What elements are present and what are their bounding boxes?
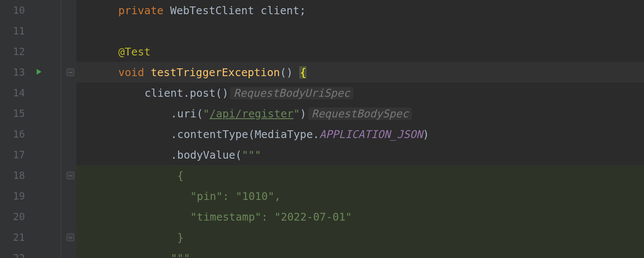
punct-dot: . xyxy=(171,128,177,141)
identifier: client xyxy=(145,87,183,99)
type-name: WebTestClient xyxy=(170,4,254,17)
code-line-json[interactable]: } xyxy=(76,227,644,248)
method-name: testTriggerException xyxy=(151,66,280,79)
line-number: 15 xyxy=(8,108,25,119)
gutter-line[interactable]: 15 xyxy=(0,103,76,124)
line-number: 14 xyxy=(8,87,25,98)
line-number: 12 xyxy=(8,46,25,57)
code-editor: 10 11 12 13 − 14 15 16 17 18 − 19 20 21 … xyxy=(0,0,644,258)
gutter-line[interactable]: 14 xyxy=(0,83,76,103)
method-call: contentType xyxy=(177,128,249,141)
code-line-json[interactable]: "timestamp": "2022-07-01" xyxy=(76,206,644,227)
code-line[interactable]: client.post()RequestBodyUriSpec xyxy=(76,83,644,103)
code-line[interactable]: .uri("/api/register")RequestBodySpec xyxy=(76,103,644,124)
line-number: 21 xyxy=(8,232,25,243)
json-comma: , xyxy=(274,190,281,203)
json-brace: { xyxy=(177,169,184,182)
method-call: post xyxy=(190,87,216,99)
line-number: 11 xyxy=(8,25,25,37)
punct-lparen: ( xyxy=(197,108,203,120)
fold-collapse-icon[interactable]: − xyxy=(67,172,74,179)
code-line[interactable]: @Test xyxy=(76,41,644,62)
code-line-current[interactable]: void testTriggerException() { xyxy=(76,62,644,83)
code-line-json[interactable]: { xyxy=(76,165,644,186)
brace-match: { xyxy=(299,66,307,79)
string-url: /api/register xyxy=(210,108,294,120)
json-key: "pin" xyxy=(190,190,222,203)
inlay-hint: RequestBodySpec xyxy=(308,108,412,120)
method-call: bodyValue xyxy=(177,149,235,161)
line-number: 16 xyxy=(8,129,25,140)
gutter-line[interactable]: 19 xyxy=(0,186,76,206)
string-triple-quote: """ xyxy=(171,252,190,258)
json-key: "timestamp" xyxy=(190,211,261,223)
string-quote: " xyxy=(294,108,300,120)
punct-dot: . xyxy=(171,108,177,120)
json-value: "2022-07-01" xyxy=(274,211,352,223)
type-ref: MediaType xyxy=(255,128,313,141)
punct-parens: () xyxy=(216,87,228,99)
keyword: void xyxy=(118,66,144,79)
line-number: 10 xyxy=(8,5,25,16)
line-number: 18 xyxy=(8,170,25,181)
punct-rparen: ) xyxy=(300,108,307,120)
gutter-line[interactable]: 22 xyxy=(0,248,76,258)
punct-parens: () xyxy=(280,66,293,79)
code-line[interactable] xyxy=(76,21,644,41)
keyword: private xyxy=(118,4,164,17)
line-number: 20 xyxy=(8,211,25,222)
line-number: 17 xyxy=(8,149,25,160)
annotation: @Test xyxy=(118,46,151,58)
code-line[interactable]: .contentType(MediaType.APPLICATION_JSON) xyxy=(76,124,644,144)
method-call: uri xyxy=(177,108,197,120)
punct-lparen: ( xyxy=(248,128,255,141)
line-number: 13 xyxy=(8,67,25,78)
fold-collapse-icon[interactable]: − xyxy=(67,68,74,76)
code-line-json[interactable]: "pin": "1010", xyxy=(76,186,644,206)
code-content[interactable]: private WebTestClient client; @Test void… xyxy=(76,0,644,258)
editor-gutter: 10 11 12 13 − 14 15 16 17 18 − 19 20 21 … xyxy=(0,0,76,258)
punct-dot: . xyxy=(183,87,190,99)
gutter-line[interactable]: 12 xyxy=(0,41,76,62)
code-line[interactable]: .bodyValue(""" xyxy=(76,144,644,165)
fold-expand-icon[interactable]: − xyxy=(67,233,74,241)
line-number: 22 xyxy=(8,252,25,258)
punct-dot: . xyxy=(171,149,177,161)
gutter-line[interactable]: 16 xyxy=(0,124,76,144)
identifier: client xyxy=(261,4,299,17)
json-brace: } xyxy=(177,231,184,244)
gutter-line[interactable]: 10 xyxy=(0,0,76,21)
punct-semicolon: ; xyxy=(299,4,306,17)
punct-dot: . xyxy=(313,128,319,141)
run-test-icon[interactable] xyxy=(35,67,43,78)
gutter-line[interactable]: 18 − xyxy=(0,165,76,186)
string-quote: " xyxy=(203,108,210,120)
constant: APPLICATION_JSON xyxy=(319,128,423,141)
gutter-line[interactable]: 21 − xyxy=(0,227,76,248)
code-line[interactable]: """ xyxy=(76,248,644,258)
code-line[interactable]: private WebTestClient client; xyxy=(76,0,644,21)
gutter-line[interactable]: 17 xyxy=(0,144,76,165)
gutter-line[interactable]: 11 xyxy=(0,21,76,41)
punct-lparen: ( xyxy=(235,149,242,161)
gutter-line[interactable]: 13 − xyxy=(0,62,76,83)
json-value: "1010" xyxy=(236,190,274,203)
inlay-hint: RequestBodyUriSpec xyxy=(230,87,353,99)
json-colon: : xyxy=(223,190,236,203)
punct-rparen: ) xyxy=(423,128,429,141)
line-number: 19 xyxy=(8,190,25,202)
json-colon: : xyxy=(261,211,274,223)
gutter-line[interactable]: 20 xyxy=(0,206,76,227)
string-triple-quote: """ xyxy=(242,149,261,161)
